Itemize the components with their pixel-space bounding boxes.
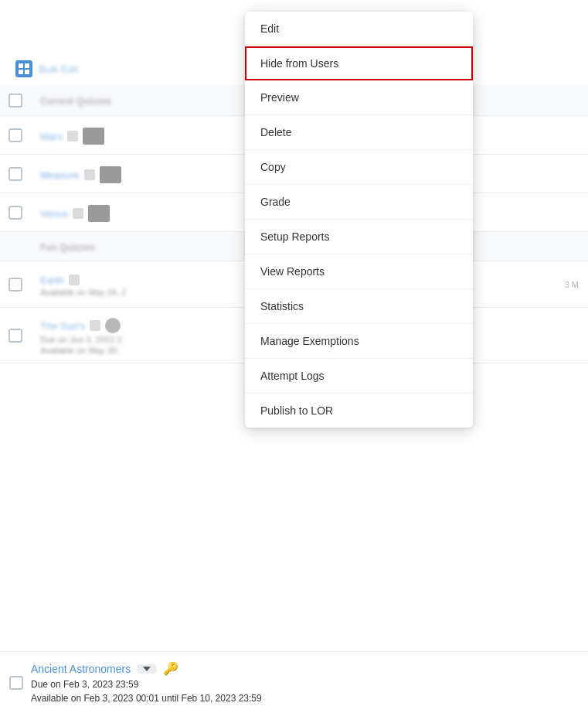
row-icon [67, 131, 78, 142]
header-label: Current Quizzes [40, 96, 111, 107]
row-icon [69, 275, 80, 285]
bottom-row-title[interactable]: Ancient Astronomers [31, 663, 131, 675]
menu-item-label-delete: Delete [260, 126, 457, 138]
row-checkbox [0, 128, 31, 142]
page-container: Bulk Edit Current Quizzes Mars [0, 0, 588, 713]
row-thumbnail [105, 318, 121, 333]
row-icon [90, 320, 100, 331]
key-icon: 🔑 [163, 661, 178, 676]
checkbox[interactable] [8, 206, 22, 220]
menu-item-attempt-logs[interactable]: Attempt Logs [245, 359, 473, 394]
checkbox[interactable] [8, 167, 22, 181]
row-thumbnail [88, 205, 110, 222]
chevron-down-icon [143, 667, 151, 671]
row-checkbox [0, 206, 31, 220]
header-checkbox[interactable] [8, 94, 22, 107]
checkbox[interactable] [8, 278, 22, 292]
row-title[interactable]: Earth [40, 275, 64, 286]
row-title[interactable]: The Sun's [40, 320, 85, 332]
menu-item-edit[interactable]: Edit [245, 12, 473, 46]
bottom-row: Ancient Astronomers 🔑 Due on Feb 3, 2023… [0, 651, 588, 713]
row-thumbnail [83, 128, 104, 145]
bottom-checkbox-wrapper [9, 676, 23, 690]
menu-item-copy[interactable]: Copy [245, 150, 473, 185]
svg-rect-3 [25, 70, 29, 74]
menu-item-label-publish-to-lor: Publish to LOR [260, 404, 457, 417]
row-title[interactable]: Mars [40, 131, 63, 142]
menu-item-label-preview: Preview [260, 91, 457, 104]
row-checkbox [0, 329, 31, 343]
menu-item-preview[interactable]: Preview [245, 80, 473, 115]
menu-item-label-setup-reports: Setup Reports [260, 230, 457, 243]
menu-item-manage-exemptions[interactable]: Manage Exemptions [245, 324, 473, 359]
row-icon [73, 208, 83, 219]
menu-item-label-grade: Grade [260, 196, 457, 208]
menu-item-delete[interactable]: Delete [245, 115, 473, 150]
context-menu: EditHide from UsersPreviewDeleteCopyGrad… [245, 12, 473, 428]
available-date: Available on Feb 3, 2023 00:01 until Feb… [31, 693, 579, 704]
due-date: Due on Feb 3, 2023 23:59 [31, 679, 579, 690]
menu-item-label-view-reports: View Reports [260, 265, 457, 278]
row-title[interactable]: Measure [40, 169, 80, 181]
bulk-edit-bar: Bulk Edit [15, 60, 78, 77]
row-checkbox [0, 167, 31, 181]
menu-item-label-hide-from-users: Hide from Users [260, 57, 457, 70]
row-checkbox [0, 278, 31, 292]
bottom-checkbox[interactable] [9, 676, 23, 690]
menu-item-view-reports[interactable]: View Reports [245, 254, 473, 289]
bottom-row-title-area: Ancient Astronomers 🔑 [31, 661, 579, 676]
bulk-edit-label[interactable]: Bulk Edit [39, 63, 78, 75]
menu-item-label-statistics: Statistics [260, 300, 457, 312]
dropdown-button[interactable] [137, 664, 157, 674]
menu-item-label-attempt-logs: Attempt Logs [260, 370, 457, 382]
row-title[interactable]: Venus [40, 208, 68, 220]
menu-item-label-edit: Edit [260, 22, 457, 35]
bulk-edit-icon [15, 60, 32, 77]
svg-rect-2 [19, 70, 23, 74]
menu-item-publish-to-lor[interactable]: Publish to LOR [245, 394, 473, 428]
menu-item-setup-reports[interactable]: Setup Reports [245, 220, 473, 254]
menu-item-label-manage-exemptions: Manage Exemptions [260, 335, 457, 347]
checkbox[interactable] [8, 329, 22, 343]
menu-item-grade[interactable]: Grade [245, 185, 473, 220]
checkbox[interactable] [8, 128, 22, 142]
row-size: 3 M [565, 280, 579, 289]
row-icon [84, 169, 95, 180]
menu-item-hide-from-users[interactable]: Hide from Users [245, 46, 473, 80]
group-label: Fun Quizzes [40, 242, 95, 253]
svg-rect-1 [25, 63, 29, 68]
menu-item-label-copy: Copy [260, 161, 457, 173]
header-checkbox-area [0, 94, 31, 107]
row-thumbnail [100, 166, 121, 183]
menu-item-statistics[interactable]: Statistics [245, 289, 473, 324]
svg-rect-0 [19, 63, 23, 68]
